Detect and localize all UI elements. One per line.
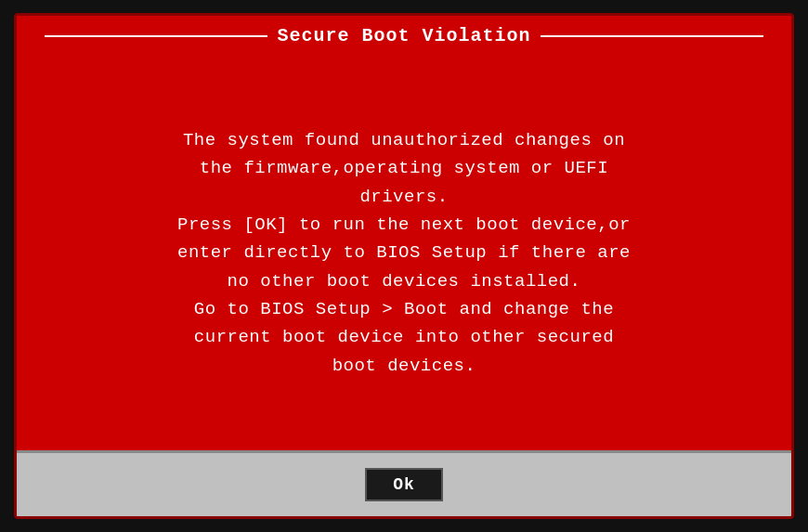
message-line8: current boot device into other secured — [194, 327, 614, 347]
message-line7: Go to BIOS Setup > Boot and change the — [194, 299, 614, 319]
message-body: The system found unauthorized changes on… — [177, 126, 631, 381]
secure-boot-violation-dialog: Secure Boot Violation The system found u… — [14, 13, 794, 519]
message-line9: boot devices. — [332, 356, 476, 376]
ok-button[interactable]: Ok — [365, 468, 443, 501]
message-line3: drivers. — [359, 187, 448, 207]
message-line6: no other boot devices installed. — [228, 271, 581, 292]
message-area: The system found unauthorized changes on… — [17, 56, 791, 450]
message-line1: The system found unauthorized changes on — [183, 130, 625, 150]
title-bar: Secure Boot Violation — [17, 16, 791, 56]
message-line4: Press [OK] to run the next boot device,o… — [177, 214, 631, 235]
button-area: Ok — [17, 450, 791, 516]
message-line2: the firmware,operating system or UEFI — [200, 158, 608, 178]
dialog-title: Secure Boot Violation — [277, 25, 530, 46]
message-line5: enter directly to BIOS Setup if there ar… — [177, 242, 631, 263]
